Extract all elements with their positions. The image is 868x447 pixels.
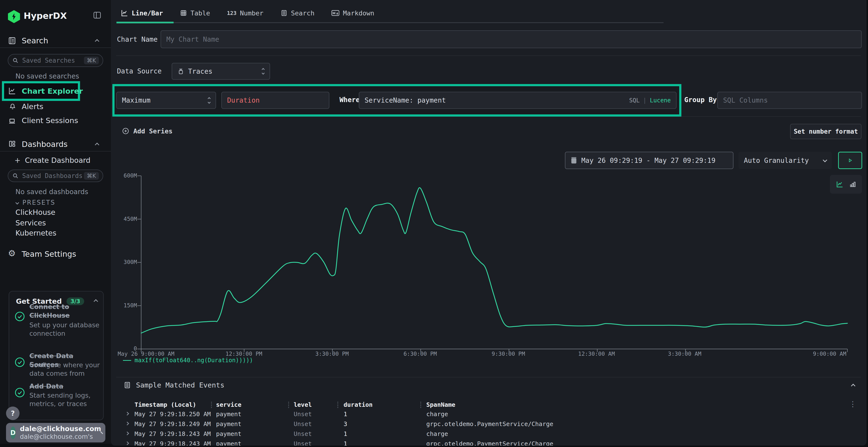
- user-account-button[interactable]: D dale@clickhouse.com dale@clickhouse.co…: [6, 423, 105, 442]
- granularity-select[interactable]: Auto Granularity: [739, 152, 832, 169]
- collapse-sidebar-icon[interactable]: [93, 11, 101, 19]
- shortcut-badge: ⌘K: [84, 57, 99, 64]
- sample-events-header[interactable]: Sample Matched Events: [123, 381, 224, 389]
- x-tick-label: 12:30:00 AM: [578, 351, 615, 357]
- tab-line-bar[interactable]: Line/Bar: [121, 9, 163, 17]
- preset-kubernetes[interactable]: Kubernetes: [16, 229, 56, 237]
- bar-chart-toggle-icon[interactable]: [849, 181, 857, 188]
- column-resize-handle[interactable]: [288, 402, 289, 408]
- granularity-value: Auto Granularity: [744, 157, 809, 165]
- table-row[interactable]: May 27 9:29:18.243 AM payment Unset 1 ch…: [111, 429, 867, 439]
- x-tick-label: 12:30:00 PM: [225, 351, 262, 357]
- chevron-up-icon[interactable]: [95, 143, 99, 147]
- tab-search[interactable]: Search: [280, 9, 315, 17]
- check-circle-icon: [14, 356, 26, 368]
- table-row[interactable]: May 27 9:29:18.250 AM payment Unset 1 ch…: [111, 409, 867, 419]
- column-header-level[interactable]: level: [294, 401, 312, 408]
- timeseries-chart[interactable]: [141, 176, 847, 349]
- data-source-select[interactable]: Traces: [172, 63, 270, 80]
- sidebar-item-create-dashboard[interactable]: +Create Dashboard: [14, 156, 90, 165]
- divider: [0, 151, 111, 151]
- set-number-format-button[interactable]: Set number format: [790, 124, 862, 139]
- chart-name-input[interactable]: My Chart Name: [161, 30, 862, 48]
- chevron-up-icon[interactable]: [95, 39, 99, 43]
- chart-name-placeholder: My Chart Name: [166, 35, 219, 43]
- where-input[interactable]: ServiceName: payment SQL | Lucene: [359, 92, 677, 109]
- collapse-events-icon[interactable]: [851, 384, 855, 388]
- saved-searches-input[interactable]: Saved Searches ⌘K: [8, 54, 103, 67]
- column-header-spanname[interactable]: SpanName: [426, 401, 455, 408]
- dashboard-grid-icon: [8, 140, 16, 148]
- table-row[interactable]: May 27 9:29:18.243 AM payment Unset 1 gr…: [111, 439, 867, 446]
- expand-row-icon[interactable]: [125, 442, 129, 445]
- divider: [116, 377, 861, 377]
- aggregation-select[interactable]: Maximum: [116, 92, 216, 109]
- tab-table[interactable]: Table: [180, 9, 210, 17]
- chevron-up-icon[interactable]: [94, 299, 98, 304]
- aggregation-value: Maximum: [122, 96, 151, 104]
- check-circle-icon: [14, 311, 26, 322]
- divider: [116, 116, 861, 117]
- sidebar-section-dashboards[interactable]: Dashboards: [22, 140, 67, 149]
- y-tick-label: 450M: [124, 216, 137, 222]
- lucene-mode-toggle[interactable]: Lucene: [650, 97, 671, 104]
- tab-markdown[interactable]: Markdown: [331, 9, 374, 17]
- column-header-service[interactable]: service: [216, 401, 241, 408]
- add-series-button[interactable]: Add Series: [122, 127, 173, 135]
- date-range-value: May 26 09:29:19 - May 27 09:29:19: [581, 157, 715, 165]
- mode-separator: |: [643, 97, 646, 104]
- app-window: HyperDX Search Saved Searches ⌘K No save…: [0, 0, 868, 447]
- column-resize-handle[interactable]: [420, 402, 421, 408]
- avatar: D: [10, 426, 16, 439]
- get-started-card: Get Started 3/3 Connect to ClickHouse Se…: [9, 291, 104, 420]
- chart-legend[interactable]: maxIf(toFloat640..ng(Duration))))): [123, 357, 253, 364]
- x-tick-label: 3:30:00 AM: [668, 351, 701, 357]
- get-started-item-title[interactable]: Add Data: [29, 382, 104, 391]
- x-tick-label: May 26 9:00:00 AM: [118, 351, 174, 357]
- kebab-menu-icon[interactable]: ⋮: [849, 400, 857, 408]
- table-row[interactable]: May 27 9:29:18.249 AM payment Unset 3 gr…: [111, 419, 867, 429]
- chart-line-icon: [8, 87, 16, 95]
- chart-type-tabs: Line/Bar Table 123 Number Search Markdow…: [121, 9, 374, 17]
- field-input[interactable]: Duration: [221, 92, 329, 109]
- gear-icon: ⚙: [8, 249, 16, 258]
- sidebar-section-search[interactable]: Search: [22, 36, 48, 45]
- sql-mode-toggle[interactable]: SQL: [629, 97, 640, 104]
- chevron-up-icon: [261, 68, 265, 71]
- group-by-input[interactable]: SQL Columns: [717, 92, 862, 109]
- run-query-button[interactable]: [838, 152, 862, 169]
- sidebar: HyperDX Search Saved Searches ⌘K No save…: [0, 0, 111, 444]
- saved-dashboards-input[interactable]: Saved Dashboards ⌘K: [8, 170, 103, 182]
- sidebar-item-team-settings[interactable]: Team Settings: [22, 249, 76, 259]
- chevron-up-icon: [208, 97, 211, 100]
- legend-line-swatch: [123, 360, 131, 361]
- y-tick-label: 600M: [124, 172, 137, 179]
- date-range-picker[interactable]: May 26 09:29:19 - May 27 09:29:19: [565, 152, 734, 169]
- expand-row-icon[interactable]: [125, 422, 129, 425]
- tab-number[interactable]: 123 Number: [227, 9, 263, 17]
- column-resize-handle[interactable]: [211, 402, 212, 408]
- journal-icon: [8, 37, 16, 45]
- plus-circle-icon: [122, 127, 129, 135]
- presets-group[interactable]: PRESETS: [16, 199, 56, 206]
- y-axis-labels: 0150M300M450M600M: [111, 176, 137, 349]
- column-resize-handle[interactable]: [337, 402, 338, 408]
- column-header-duration[interactable]: duration: [344, 401, 373, 408]
- presets-label: PRESETS: [23, 199, 56, 206]
- expand-row-icon[interactable]: [125, 432, 129, 436]
- number-123-icon: 123: [227, 10, 237, 16]
- help-button[interactable]: ?: [6, 407, 20, 420]
- x-tick-label: 9:00:00 AM: [813, 351, 846, 357]
- plus-icon: +: [14, 156, 21, 165]
- sidebar-item-chart-explorer[interactable]: Chart Explorer: [22, 87, 83, 95]
- legend-series-label: maxIf(toFloat640..ng(Duration))))): [134, 357, 253, 364]
- column-header-timestamp[interactable]: Timestamp (Local): [134, 401, 196, 408]
- data-source-label: Data Source: [117, 67, 161, 75]
- search-icon: [12, 57, 19, 64]
- preset-services[interactable]: Services: [16, 219, 46, 227]
- sidebar-item-client-sessions[interactable]: Client Sessions: [22, 116, 78, 125]
- expand-row-icon[interactable]: [125, 412, 129, 416]
- preset-clickhouse[interactable]: ClickHouse: [16, 208, 56, 216]
- sidebar-item-alerts[interactable]: Alerts: [22, 102, 43, 111]
- get-started-item-title[interactable]: Connect to ClickHouse: [29, 303, 90, 319]
